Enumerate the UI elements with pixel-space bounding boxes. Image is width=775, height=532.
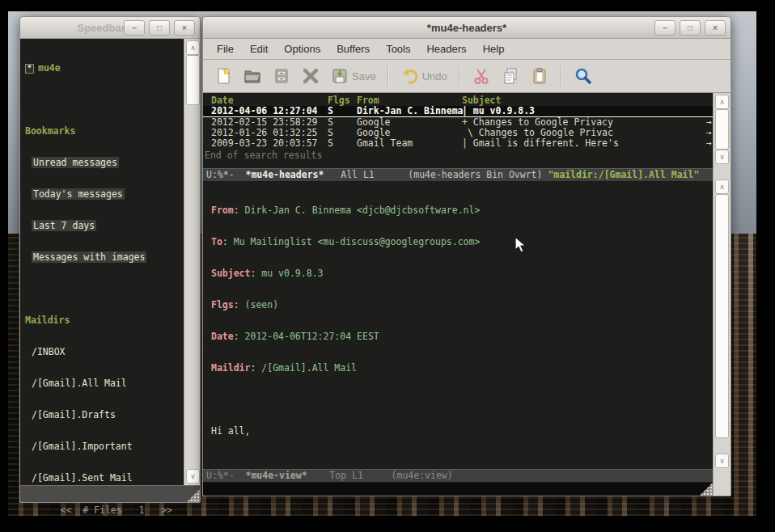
maildir-item[interactable]: /[Gmail].Important <box>25 441 184 452</box>
bookmark-label[interactable]: Last 7 days <box>32 220 96 231</box>
resize-grip[interactable] <box>187 489 200 502</box>
close-button[interactable]: × <box>705 20 726 36</box>
maildir-item[interactable]: /[Gmail].All Mail <box>25 378 184 389</box>
column-subject[interactable]: Subject <box>462 95 713 106</box>
speedbar-scrollbar[interactable]: ∧ ∨ <box>184 39 200 485</box>
menu-help[interactable]: Help <box>476 40 512 59</box>
section-title-bookmarks: Bookmarks <box>25 126 184 137</box>
field-subject: Subject: mu v0.9.8.3 <box>211 268 713 279</box>
undo-arrow-icon <box>400 66 420 86</box>
cell-subject: \ Changes to Google Privac <box>462 128 713 138</box>
scroll-up-button[interactable]: ∧ <box>186 40 200 55</box>
menu-edit[interactable]: Edit <box>243 40 275 59</box>
chevron-up-icon: ∧ <box>190 44 196 52</box>
bookmark-label[interactable]: Unread messages <box>32 157 119 168</box>
mu4e-titlebar[interactable]: *mu4e-headers* – □ × <box>203 17 731 39</box>
tool-bar: Save Undo <box>203 60 731 93</box>
scrollbar-thumb[interactable] <box>715 109 729 150</box>
menu-tools[interactable]: Tools <box>379 40 417 59</box>
maildir-item[interactable]: /INBOX <box>25 347 184 357</box>
cell-subject: + Changes to Google Privacy <box>462 117 713 128</box>
bookmark-item[interactable]: Unread messages <box>25 158 184 168</box>
field-value: Dirk-Jan C. Binnema <djcb@djcbsoftware.n… <box>245 205 481 216</box>
open-folder-icon <box>243 66 262 86</box>
echo-area[interactable] <box>203 483 713 496</box>
minimize-button[interactable]: – <box>124 20 145 36</box>
view-modeline[interactable]: U:%*- *mu4e-view* Top L1 (mu4e:view) <box>203 469 713 483</box>
save-all-button[interactable] <box>269 65 294 87</box>
headers-scrollbar[interactable]: ∧ ∨ <box>714 93 731 166</box>
menu-file[interactable]: File <box>210 40 241 59</box>
new-file-button[interactable] <box>211 65 235 87</box>
bookmark-item[interactable]: Messages with images <box>25 252 184 263</box>
scroll-down-button[interactable]: ∨ <box>715 454 729 468</box>
bookmark-item[interactable]: Today's messages <box>25 189 184 200</box>
search-button[interactable] <box>571 65 595 87</box>
message-row-selected[interactable]: 2012-04-06 12:27:04 S Dirk-Jan C. Binnem… <box>203 106 713 117</box>
screen: Speedbar 1.0 – □ × *mu4e Bookmarks Unrea… <box>0 0 775 532</box>
copy-pages-icon <box>501 66 520 86</box>
minimize-button[interactable]: – <box>654 20 675 36</box>
undo-button[interactable]: Undo <box>398 65 450 87</box>
field-colon: : <box>234 331 245 342</box>
paste-button[interactable] <box>527 65 552 87</box>
resize-grip[interactable] <box>700 483 713 496</box>
toolbar-separator <box>388 65 389 87</box>
maximize-icon: □ <box>688 24 692 32</box>
maildir-item[interactable]: /[Gmail].Sent Mail <box>25 473 184 483</box>
close-icon: × <box>182 24 187 32</box>
menu-headers[interactable]: Headers <box>419 40 473 59</box>
speedbar-root-label: mu4e <box>38 62 61 74</box>
field-date: Date: 2012-04-06T12:27:04 EEST <box>211 331 713 342</box>
view-scrollbar[interactable]: ∧ ∨ <box>714 178 731 496</box>
message-row[interactable]: 2009-03-23 20:03:57 S Gmail Team | Gmail… <box>203 138 713 149</box>
speedbar-root-item[interactable]: *mu4e <box>25 63 184 74</box>
scroll-down-button[interactable]: ∨ <box>715 150 729 164</box>
field-from: From: Dirk-Jan C. Binnema <djcb@djcbsoft… <box>211 205 713 216</box>
cell-flgs: S <box>324 106 357 116</box>
modeline-position: Top L1 <box>329 470 363 481</box>
scroll-up-button[interactable]: ∧ <box>715 179 729 194</box>
maximize-icon: □ <box>157 24 162 32</box>
field-colon: : <box>234 299 245 310</box>
scrollbar-thumb[interactable] <box>186 55 200 105</box>
bookmark-label[interactable]: Today's messages <box>32 188 125 200</box>
close-button[interactable]: × <box>174 20 195 36</box>
scrollbar-thumb[interactable] <box>715 194 729 438</box>
field-value: 2012-04-06T12:27:04 EEST <box>245 331 379 342</box>
chevron-up-icon: ∧ <box>719 99 725 106</box>
field-value: Mu Mailinglist <mu-discuss@googlegroups.… <box>234 236 481 247</box>
body-line: Hi all, <box>211 426 713 437</box>
bookmark-label[interactable]: Messages with images <box>32 251 146 263</box>
bookmark-item[interactable]: Last 7 days <box>25 221 184 231</box>
minimize-icon: – <box>663 24 667 32</box>
headers-modeline[interactable]: U:%*- *mu4e-headers* All L1 (mu4e-header… <box>203 168 713 182</box>
field-colon: : <box>222 236 234 247</box>
field-colon: : <box>234 205 245 216</box>
copy-button[interactable] <box>498 65 523 87</box>
field-label: Maildir <box>211 362 250 374</box>
scroll-up-button[interactable]: ∧ <box>715 95 729 109</box>
mu4e-view-pane: From: Dirk-Jan C. Binnema <djcb@djcbsoft… <box>203 182 713 469</box>
cut-button[interactable] <box>469 65 493 87</box>
mu4e-headers-pane: Date Flgs From Subject 2012-04-06 12:27:… <box>203 93 713 168</box>
maximize-button[interactable]: □ <box>680 20 701 36</box>
modeline-flags: U:%*- <box>206 470 235 481</box>
expand-icon[interactable]: * <box>25 64 34 74</box>
close-buffer-button[interactable] <box>299 65 323 87</box>
speedbar-titlebar[interactable]: Speedbar 1.0 – □ × <box>20 17 200 39</box>
menu-options[interactable]: Options <box>277 40 328 59</box>
scroll-down-button[interactable]: ∨ <box>186 469 200 483</box>
menu-buffers[interactable]: Buffers <box>329 40 377 59</box>
save-label: Save <box>352 70 376 82</box>
save-button[interactable]: Save <box>328 65 379 87</box>
toolbar-separator <box>459 65 460 87</box>
maximize-button[interactable]: □ <box>149 20 170 36</box>
field-label: Subject <box>211 268 250 279</box>
maildir-item[interactable]: /[Gmail].Drafts <box>25 410 184 420</box>
truncation-arrow-icon: → <box>706 138 712 149</box>
cell-from: Dirk-Jan C. Binnema <box>357 106 462 116</box>
close-x-icon <box>301 66 320 86</box>
open-file-button[interactable] <box>240 65 265 87</box>
cell-date: 2012-04-06 12:27:04 <box>203 106 324 116</box>
